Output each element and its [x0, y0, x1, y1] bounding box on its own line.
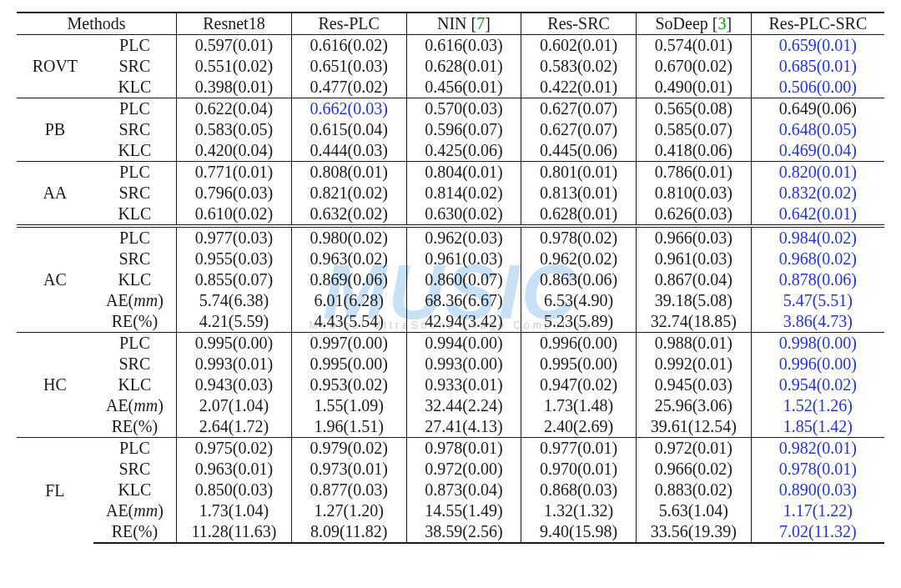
data-cell: 0.997(0.00) — [291, 333, 406, 354]
data-cell: 0.596(0.07) — [406, 119, 521, 140]
metric-label: PLC — [93, 35, 177, 57]
data-cell: 38.59(2.56) — [406, 521, 521, 543]
data-cell: 0.992(0.01) — [636, 354, 751, 374]
metric-label: RE(%) — [93, 311, 177, 333]
group-fl: FL — [17, 438, 93, 544]
data-cell: 1.73(1.04) — [177, 500, 292, 521]
data-cell: 0.868(0.03) — [521, 480, 637, 500]
metric-label: PLC — [93, 98, 177, 120]
data-cell: 27.41(4.13) — [406, 416, 521, 438]
metric-label: PLC — [93, 333, 177, 354]
data-cell: 39.61(12.54) — [636, 416, 751, 438]
table-row: SRC0.551(0.02)0.651(0.03)0.628(0.01)0.58… — [17, 56, 884, 77]
data-cell: 0.477(0.02) — [291, 77, 406, 98]
data-cell: 0.890(0.03) — [751, 480, 884, 500]
metric-label: PLC — [93, 438, 177, 460]
data-cell: 0.993(0.00) — [406, 354, 521, 374]
data-cell: 0.622(0.04) — [177, 98, 292, 120]
data-cell: 0.659(0.01) — [751, 35, 884, 57]
metric-label: SRC — [93, 459, 177, 480]
data-cell: 0.962(0.03) — [406, 228, 521, 249]
col-ressrc: Res-SRC — [521, 13, 637, 35]
data-cell: 0.978(0.01) — [406, 438, 521, 460]
data-cell: 0.995(0.00) — [521, 354, 637, 374]
col-resnet18: Resnet18 — [177, 13, 292, 35]
data-cell: 0.968(0.02) — [751, 249, 884, 269]
table-row: RE(%)2.64(1.72)1.96(1.51)27.41(4.13)2.40… — [17, 416, 884, 438]
data-cell: 0.801(0.01) — [521, 162, 637, 183]
data-cell: 1.96(1.51) — [291, 416, 406, 438]
data-cell: 6.53(4.90) — [521, 290, 637, 311]
metric-label: PLC — [93, 228, 177, 249]
col-methods: Methods — [17, 13, 177, 35]
data-cell: 0.972(0.01) — [636, 438, 751, 460]
metric-label: KLC — [93, 204, 177, 225]
data-cell: 0.662(0.03) — [291, 98, 406, 120]
data-cell: 0.970(0.01) — [521, 459, 637, 480]
table-row: RE(%)4.21(5.59)4.43(5.54)42.94(3.42)5.23… — [17, 311, 884, 333]
data-cell: 0.961(0.03) — [636, 249, 751, 269]
data-cell: 0.627(0.07) — [521, 119, 637, 140]
data-cell: 0.878(0.06) — [751, 269, 884, 290]
data-cell: 0.973(0.01) — [291, 459, 406, 480]
data-cell: 0.966(0.02) — [636, 459, 751, 480]
data-cell: 0.602(0.01) — [521, 35, 637, 57]
metric-label: SRC — [93, 249, 177, 269]
data-cell: 0.804(0.01) — [406, 162, 521, 183]
data-cell: 0.648(0.05) — [751, 119, 884, 140]
data-cell: 0.490(0.01) — [636, 77, 751, 98]
data-cell: 0.863(0.06) — [521, 269, 637, 290]
data-cell: 1.27(1.20) — [291, 500, 406, 521]
data-cell: 0.616(0.02) — [291, 35, 406, 57]
data-cell: 0.626(0.03) — [636, 204, 751, 225]
data-cell: 5.63(1.04) — [636, 500, 751, 521]
data-cell: 0.456(0.01) — [406, 77, 521, 98]
table-row: ACPLC0.977(0.03)0.980(0.02)0.962(0.03)0.… — [17, 228, 884, 249]
table-row: KLC0.398(0.01)0.477(0.02)0.456(0.01)0.42… — [17, 77, 884, 98]
group-pb: PB — [17, 98, 93, 162]
table-row: SRC0.955(0.03)0.963(0.02)0.961(0.03)0.96… — [17, 249, 884, 269]
data-cell: 0.980(0.02) — [291, 228, 406, 249]
metric-label: KLC — [93, 374, 177, 395]
data-cell: 0.786(0.01) — [636, 162, 751, 183]
data-cell: 0.670(0.02) — [636, 56, 751, 77]
table-row: SRC0.963(0.01)0.973(0.01)0.972(0.00)0.97… — [17, 459, 884, 480]
metric-label: AE(mm) — [93, 395, 177, 416]
data-cell: 5.47(5.51) — [751, 290, 884, 311]
data-cell: 0.975(0.02) — [177, 438, 292, 460]
table-row: KLC0.850(0.03)0.877(0.03)0.873(0.04)0.86… — [17, 480, 884, 500]
data-cell: 0.961(0.03) — [406, 249, 521, 269]
data-cell: 0.585(0.07) — [636, 119, 751, 140]
data-cell: 39.18(5.08) — [636, 290, 751, 311]
table-row: ROVTPLC0.597(0.01)0.616(0.02)0.616(0.03)… — [17, 35, 884, 57]
table-row: HCPLC0.995(0.00)0.997(0.00)0.994(0.00)0.… — [17, 333, 884, 354]
data-cell: 0.954(0.02) — [751, 374, 884, 395]
table-row: RE(%)11.28(11.63)8.09(11.82)38.59(2.56)9… — [17, 521, 884, 543]
group-rovt: ROVT — [17, 35, 93, 98]
data-cell: 0.883(0.02) — [636, 480, 751, 500]
data-cell: 0.873(0.04) — [406, 480, 521, 500]
metric-label: RE(%) — [93, 521, 177, 543]
table-row: KLC0.855(0.07)0.869(0.06)0.860(0.07)0.86… — [17, 269, 884, 290]
table-row: KLC0.420(0.04)0.444(0.03)0.425(0.06)0.44… — [17, 140, 884, 162]
table-row: AE(mm)5.74(6.38)6.01(6.28)68.36(6.67)6.5… — [17, 290, 884, 311]
data-cell: 0.947(0.02) — [521, 374, 637, 395]
data-cell: 0.597(0.01) — [177, 35, 292, 57]
data-cell: 0.420(0.04) — [177, 140, 292, 162]
data-cell: 0.820(0.01) — [751, 162, 884, 183]
data-cell: 0.583(0.02) — [521, 56, 637, 77]
results-table: Methods Resnet18 Res-PLC NIN [7] Res-SRC… — [17, 12, 884, 544]
data-cell: 0.685(0.01) — [751, 56, 884, 77]
data-cell: 0.551(0.02) — [177, 56, 292, 77]
data-cell: 0.813(0.01) — [521, 183, 637, 204]
data-cell: 0.574(0.01) — [636, 35, 751, 57]
table-row: SRC0.993(0.01)0.995(0.00)0.993(0.00)0.99… — [17, 354, 884, 374]
data-cell: 0.506(0.00) — [751, 77, 884, 98]
data-cell: 0.955(0.03) — [177, 249, 292, 269]
col-resplc: Res-PLC — [291, 13, 406, 35]
citation-7: 7 — [476, 14, 485, 33]
table-row: AE(mm)2.07(1.04)1.55(1.09)32.44(2.24)1.7… — [17, 395, 884, 416]
data-cell: 0.418(0.06) — [636, 140, 751, 162]
data-cell: 1.85(1.42) — [751, 416, 884, 438]
data-cell: 0.627(0.07) — [521, 98, 637, 120]
